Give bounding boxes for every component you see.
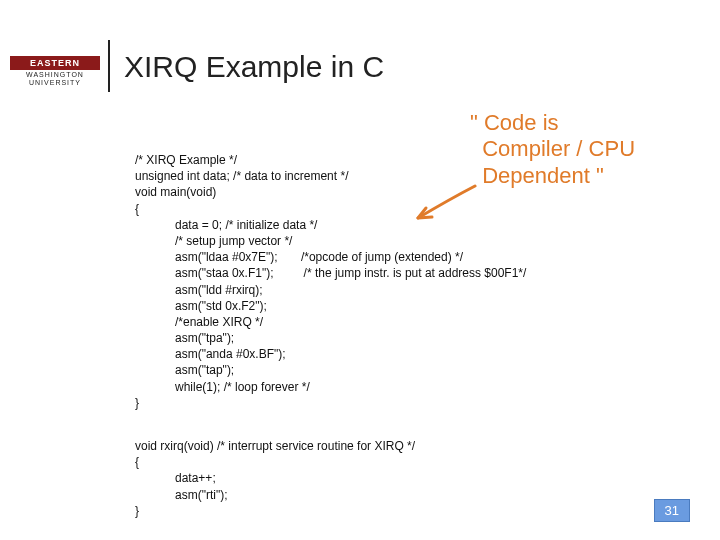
- slide-title: XIRQ Example in C: [124, 50, 384, 84]
- university-logo: EASTERN WASHINGTON UNIVERSITY: [10, 56, 100, 86]
- code-isr-function: void rxirq(void) /* interrupt service ro…: [135, 438, 415, 519]
- page-number: 31: [654, 499, 690, 522]
- title-divider: [108, 40, 110, 92]
- logo-bottom-text-1: WASHINGTON: [10, 70, 100, 78]
- logo-top-text: EASTERN: [10, 56, 100, 70]
- arrow-icon: [410, 184, 480, 224]
- logo-bottom-text-2: UNIVERSITY: [10, 78, 100, 86]
- handwritten-annotation: " Code is Compiler / CPU Dependent ": [470, 110, 635, 189]
